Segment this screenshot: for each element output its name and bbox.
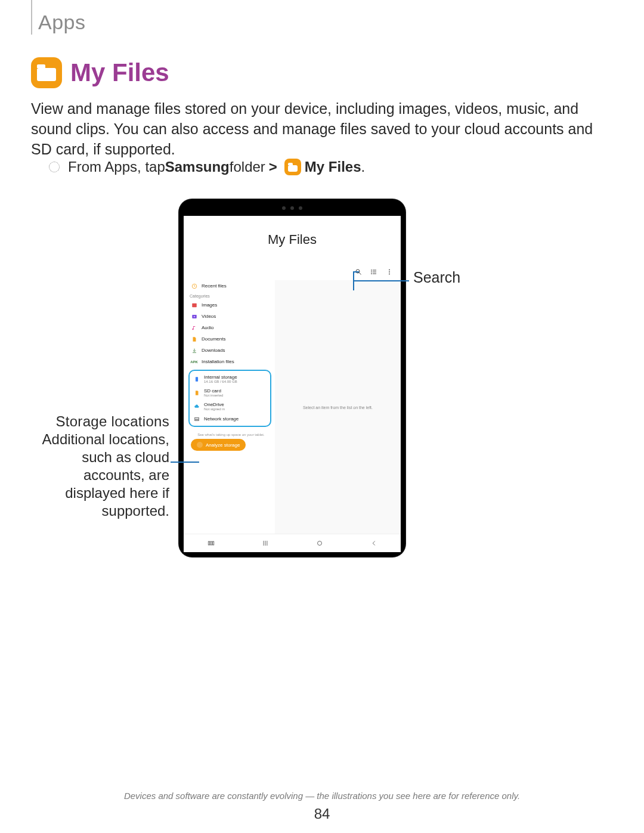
home-nav-icon[interactable] <box>315 538 324 548</box>
list-item[interactable]: APK Installation files <box>187 356 275 367</box>
callout-storage: Storage locations Additional locations, … <box>37 413 169 520</box>
tablet-illustration: My Files <box>179 199 405 557</box>
left-panel: Recent files Categories Images <box>184 280 275 534</box>
recents-nav-icon[interactable] <box>206 538 216 548</box>
storage-locations-group: Internal storage 14.16 GB / 64.00 GB SD … <box>188 370 271 427</box>
navigation-instruction: From Apps, tap Samsung folder > My Files… <box>49 159 365 175</box>
list-item[interactable]: Images <box>187 299 275 311</box>
internal-storage-icon <box>193 376 200 382</box>
callout-search: Search <box>413 269 460 286</box>
navigation-bar <box>184 534 401 552</box>
chevron-icon: > <box>269 159 277 175</box>
download-icon <box>191 347 197 354</box>
breadcrumb: Apps <box>38 11 86 34</box>
apk-icon: APK <box>191 358 197 365</box>
onedrive-icon <box>193 403 200 410</box>
recent-files-label: Recent files <box>202 283 227 289</box>
svg-rect-19 <box>212 541 213 545</box>
categories-header: Categories <box>187 292 275 299</box>
storage-label: SD card <box>204 388 223 394</box>
list-item[interactable]: SD card Not inserted <box>190 386 270 400</box>
svg-point-7 <box>371 274 372 274</box>
svg-point-6 <box>371 272 372 272</box>
storage-label: OneDrive <box>204 402 225 407</box>
leader-line <box>354 280 409 281</box>
footer-note: Devices and software are constantly evol… <box>0 791 644 801</box>
list-item[interactable]: Downloads <box>187 345 275 356</box>
image-icon <box>191 302 197 308</box>
svg-point-10 <box>389 274 390 275</box>
audio-icon <box>191 324 197 331</box>
clock-icon <box>191 283 197 289</box>
bullet-icon <box>49 162 60 172</box>
back-nav-icon[interactable] <box>369 538 379 548</box>
more-icon[interactable] <box>385 268 394 276</box>
recents2-nav-icon[interactable] <box>261 538 270 548</box>
instruction-mid: folder <box>230 159 265 175</box>
analyze-icon <box>197 442 203 448</box>
svg-rect-16 <box>194 419 199 420</box>
right-panel: Select an item from the list on the left… <box>275 280 401 534</box>
svg-point-8 <box>389 270 390 271</box>
svg-rect-18 <box>210 541 211 545</box>
storage-label: Network storage <box>204 416 239 422</box>
section-title: My Files <box>70 58 169 87</box>
empty-state-text: Select an item from the list on the left… <box>303 405 373 410</box>
instruction-samsung: Samsung <box>165 159 230 175</box>
storage-label: Internal storage <box>204 374 237 380</box>
header-divider <box>31 0 32 35</box>
svg-point-23 <box>317 541 321 546</box>
list-item[interactable]: Audio <box>187 322 275 333</box>
category-label: Downloads <box>202 348 225 353</box>
category-label: Documents <box>202 336 225 342</box>
list-item[interactable]: Documents <box>187 333 275 345</box>
callout-storage-head: Storage locations <box>37 413 169 431</box>
network-icon <box>193 416 200 422</box>
sd-card-icon <box>193 389 200 396</box>
storage-sub: 14.16 GB / 64.00 GB <box>204 380 237 383</box>
instruction-prefix: From Apps, tap <box>68 159 165 175</box>
svg-line-1 <box>360 273 361 275</box>
page-number: 84 <box>0 806 644 822</box>
toolbar <box>184 264 401 280</box>
category-label: Audio <box>202 325 213 330</box>
svg-point-9 <box>389 271 390 272</box>
recent-files-row[interactable]: Recent files <box>187 280 275 292</box>
list-item[interactable]: Videos <box>187 311 275 322</box>
leader-line <box>171 462 199 463</box>
svg-point-5 <box>371 270 372 271</box>
section-description: View and manage files stored on your dev… <box>31 99 613 159</box>
section-title-row: My Files <box>31 57 169 88</box>
category-label: Images <box>202 302 217 308</box>
video-icon <box>191 313 197 320</box>
category-label: Videos <box>202 314 216 319</box>
app-title: My Files <box>184 216 401 264</box>
analyze-storage-button[interactable]: Analyze storage <box>191 439 246 451</box>
my-files-app-icon <box>31 57 62 88</box>
document-icon <box>191 336 197 342</box>
svg-rect-12 <box>192 303 197 307</box>
callout-storage-body: Additional locations, such as cloud acco… <box>37 431 169 520</box>
storage-sub: Not inserted <box>204 394 223 397</box>
list-item[interactable]: Internal storage 14.16 GB / 64.00 GB <box>190 372 270 386</box>
list-item[interactable]: OneDrive Not signed in <box>190 400 270 413</box>
svg-rect-17 <box>208 541 209 545</box>
instruction-myfiles: My Files <box>305 159 361 175</box>
svg-rect-15 <box>194 417 199 419</box>
svg-rect-14 <box>195 377 197 382</box>
category-label: Installation files <box>202 359 234 364</box>
list-item[interactable]: Network storage <box>190 413 270 425</box>
storage-sub: Not signed in <box>204 407 225 411</box>
analyze-label: Analyze storage <box>206 442 240 448</box>
list-view-icon[interactable] <box>370 268 378 276</box>
instruction-suffix: . <box>361 159 366 175</box>
my-files-inline-icon <box>284 159 301 175</box>
leader-line <box>353 272 354 290</box>
analyze-caption: See what's taking up space on your table… <box>191 433 271 436</box>
